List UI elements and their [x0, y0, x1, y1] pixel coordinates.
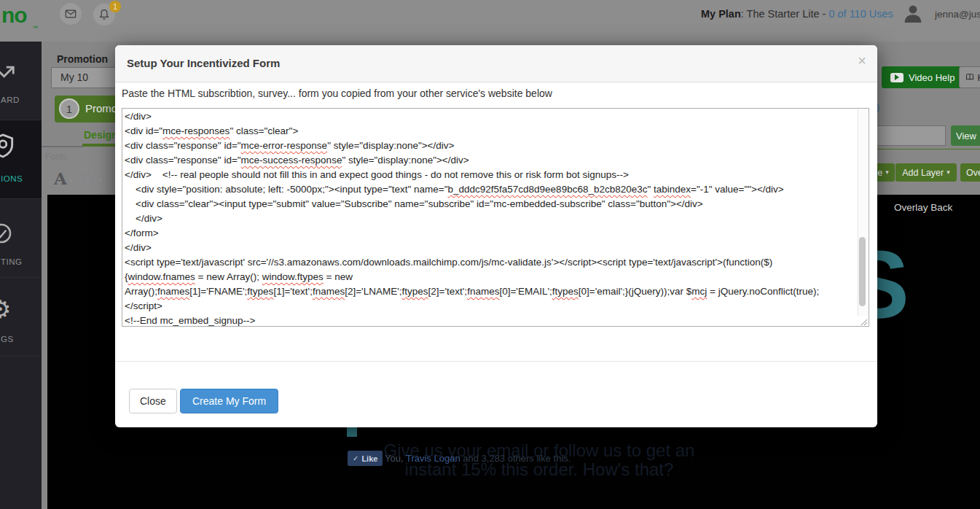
promotion-label: Promotion [57, 53, 108, 65]
setup-form-modal: Setup Your Incentivized Form × Paste the… [115, 45, 877, 427]
book-icon [965, 72, 975, 82]
play-icon [890, 73, 903, 82]
add-layer-label: Add Layer [902, 168, 944, 178]
tab-divider [42, 146, 83, 147]
facebook-social-text: You, Travis Logan and 3,283 others like … [385, 453, 571, 464]
plan-summary: My Plan: The Starter Lite - 0 of 110 Use… [701, 8, 893, 20]
sidebar-item-dashboard[interactable]: ARD [0, 42, 42, 120]
font-family-control[interactable]: Tr ▾ [80, 172, 102, 186]
chevron-down-icon: ▾ [99, 177, 103, 186]
usage-link[interactable]: 0 of 110 Uses [828, 8, 893, 20]
tab-design-underline [82, 144, 117, 147]
plan-name: : The Starter Lite - [741, 8, 829, 20]
fb-others-text: and 3,283 others like this. [463, 453, 571, 464]
form-code-textarea-content[interactable]: </div> <div id="mce-responses" class="cl… [122, 109, 869, 326]
bell-icon [98, 8, 111, 21]
promotions-icon [0, 132, 17, 160]
help-button[interactable]: H [959, 66, 980, 88]
button-label: e [877, 168, 882, 178]
video-help-button[interactable]: Video Help [882, 66, 963, 88]
sidebar-item-label: TING [1, 257, 22, 266]
modal-header: Setup Your Incentivized Form × [115, 45, 877, 82]
sidebar-item-promotions[interactable]: IONS [0, 120, 42, 199]
check-icon: ✓ [353, 454, 358, 462]
sidebar-item-label: GS [1, 335, 14, 343]
fb-friend-link[interactable]: Travis Logan [406, 453, 460, 464]
sidebar-item-targeting[interactable]: TING [0, 199, 42, 278]
step-number-badge: 1 [59, 98, 79, 119]
toolbar-button-fragment-right[interactable]: Ove [960, 163, 980, 182]
font-a-glyph: A [54, 170, 67, 187]
help-label-fragment: H [978, 72, 980, 83]
chevron-down-icon: ▾ [946, 169, 950, 176]
textarea-resize-handle[interactable] [858, 316, 868, 325]
person-icon [901, 2, 925, 26]
targeting-icon [0, 221, 17, 249]
notification-badge: 1 [109, 1, 121, 12]
create-my-form-button[interactable]: Create My Form [180, 389, 278, 413]
textarea-scrollbar-track[interactable] [858, 109, 868, 316]
settings-gear-icon: ⚙ [0, 297, 17, 325]
messages-button[interactable] [60, 3, 82, 25]
view-button[interactable]: View [951, 125, 980, 146]
tab-design[interactable]: Design [84, 129, 118, 141]
sidebar-item-settings[interactable]: ⚙ GS [0, 278, 42, 357]
promotion-step-button[interactable]: 1 Promo [55, 96, 125, 123]
promotion-select[interactable]: My 10 [51, 67, 124, 88]
app-root: no ™ 1 My Plan: The Starter Lite - 0 of … [0, 0, 980, 509]
form-code-textarea[interactable]: </div> <div id="mce-responses" class="cl… [122, 108, 869, 327]
top-bar: no ™ 1 My Plan: The Starter Lite - 0 of … [0, 0, 980, 42]
envelope-icon [64, 7, 77, 20]
user-avatar[interactable] [901, 2, 925, 26]
add-layer-button[interactable]: Add Layer ▾ [895, 163, 957, 182]
fonts-panel-label: Fonts [45, 152, 67, 162]
like-label: Like [361, 454, 377, 463]
facebook-like-button[interactable]: ✓ Like [348, 451, 383, 466]
canvas-teal-square [347, 427, 357, 437]
sidebar-nav: ARD IONS TING ⚙ GS [0, 42, 42, 509]
promotion-step-label: Promo [85, 102, 117, 114]
sidebar-item-label: ARD [1, 96, 20, 104]
font-tr-glyph: Tr [80, 172, 96, 186]
logo-text: no [1, 3, 27, 27]
video-help-label: Video Help [909, 72, 954, 83]
button-label: Ove [966, 168, 980, 178]
chevron-down-icon: ▾ [70, 178, 74, 187]
modal-footer-divider [115, 361, 877, 362]
sidebar-item-label: IONS [1, 174, 23, 183]
modal-title: Setup Your Incentivized Form [127, 57, 280, 69]
chevron-down-icon: ▾ [885, 169, 889, 176]
canvas-title-fragment: Overlay Back [894, 202, 952, 213]
textarea-scrollbar-thumb[interactable] [859, 237, 866, 306]
modal-description: Paste the HTML subscribtion, survey... f… [122, 88, 552, 99]
font-color-control[interactable]: A ▾ [54, 170, 73, 187]
dashboard-icon [0, 59, 17, 87]
plan-label: My Plan [701, 8, 741, 20]
close-icon[interactable]: × [858, 53, 866, 69]
fb-you-text: You, [385, 453, 404, 464]
close-button[interactable]: Close [129, 389, 177, 413]
logo-trademark: ™ [32, 25, 38, 31]
app-logo[interactable]: no ™ [1, 3, 45, 38]
user-email[interactable]: jenna@just [935, 9, 980, 20]
